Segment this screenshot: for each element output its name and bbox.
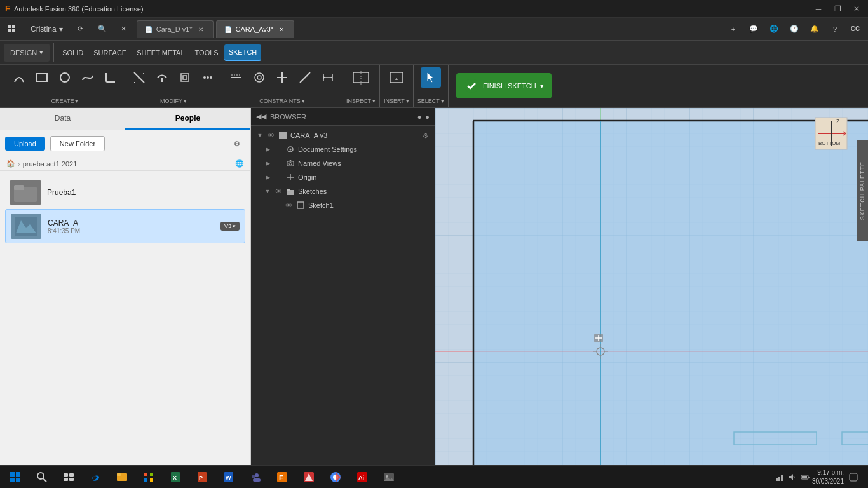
taskbar-excel[interactable]: X bbox=[163, 466, 188, 489]
constraint-2[interactable] bbox=[249, 67, 269, 88]
taskbar-search[interactable] bbox=[29, 466, 55, 489]
doc-tab-2-close[interactable]: ✕ bbox=[277, 25, 286, 34]
sketch-menu[interactable]: SKETCH bbox=[224, 44, 262, 61]
inspect-dim-tool[interactable] bbox=[351, 67, 371, 88]
taskbar-store[interactable] bbox=[136, 466, 161, 489]
close-button[interactable]: ✕ bbox=[850, 3, 863, 15]
trim-tool[interactable] bbox=[129, 67, 149, 88]
extend-tool[interactable] bbox=[152, 67, 172, 88]
help-button[interactable]: ? bbox=[826, 20, 844, 38]
notifications-button[interactable] bbox=[846, 473, 860, 482]
new-tab-button[interactable]: + bbox=[724, 20, 742, 38]
sheet-metal-menu[interactable]: SHEET METAL bbox=[132, 44, 189, 61]
spline-tool[interactable] bbox=[78, 67, 98, 88]
select-cursor-tool[interactable] bbox=[421, 67, 441, 88]
doc-tab-2[interactable]: 📄 CARA_Av3* ✕ bbox=[216, 20, 295, 38]
tree-gear-icon[interactable]: ⚙ bbox=[421, 132, 430, 139]
constraint-3[interactable] bbox=[272, 67, 292, 88]
tree-collapse-arrow[interactable]: ▼ bbox=[264, 188, 271, 194]
grid-menu-button[interactable] bbox=[4, 20, 22, 38]
refresh-button[interactable]: ⟳ bbox=[72, 20, 90, 38]
browser-row-sketch1[interactable]: ▶ 👁 Sketch1 bbox=[251, 198, 435, 212]
tree-expand-arrow[interactable]: ▶ bbox=[264, 174, 271, 180]
doc-tab-1-close[interactable]: ✕ bbox=[196, 25, 205, 34]
dimension-tool[interactable] bbox=[318, 67, 338, 88]
sketch-palette-tab[interactable]: SKETCH PALETTE bbox=[857, 140, 868, 241]
tree-collapse-arrow[interactable]: ▼ bbox=[256, 132, 264, 139]
fillet-tool[interactable] bbox=[100, 67, 121, 88]
tools-menu[interactable]: TOOLS bbox=[191, 44, 223, 61]
chat-button[interactable]: 💬 bbox=[745, 20, 763, 38]
insert-label[interactable]: INSERT ▾ bbox=[384, 98, 409, 104]
panel-settings-button[interactable]: ⚙ bbox=[229, 135, 245, 152]
svg-rect-101 bbox=[10, 478, 15, 482]
circle-arc-tool[interactable] bbox=[55, 67, 75, 88]
notification-button[interactable]: 🔔 bbox=[806, 20, 824, 38]
list-item[interactable]: CARA_A 8:41:35 PM V3 ▾ bbox=[5, 209, 245, 243]
tree-eye-icon[interactable]: 👁 bbox=[266, 132, 275, 139]
svg-line-21 bbox=[302, 74, 309, 82]
taskbar-teams[interactable] bbox=[243, 466, 268, 489]
browser-collapse-icon[interactable]: ◀◀ bbox=[256, 112, 266, 121]
taskbar-acrobat[interactable]: Ai bbox=[349, 466, 375, 489]
svg-marker-26 bbox=[330, 76, 332, 79]
new-folder-button[interactable]: New Folder bbox=[50, 136, 105, 151]
globe-button[interactable]: 🌐 bbox=[765, 20, 783, 38]
tree-eye-icon[interactable]: 👁 bbox=[274, 187, 283, 195]
constraints-label[interactable]: CONSTRAINTS ▾ bbox=[259, 98, 305, 104]
breadcrumb-home[interactable]: 🏠 bbox=[6, 159, 15, 168]
minimize-button[interactable]: ─ bbox=[812, 3, 825, 15]
browser-row-sketches[interactable]: ▼ 👁 Sketches bbox=[251, 184, 435, 198]
taskbar-edge[interactable] bbox=[83, 466, 108, 489]
browser-row-root[interactable]: ▼ 👁 CARA_A v3 ⚙ bbox=[251, 128, 435, 142]
surface-menu[interactable]: SURFACE bbox=[89, 44, 131, 61]
browser-expand-icon[interactable]: ● bbox=[417, 113, 422, 121]
taskbar-autodesk[interactable]: F bbox=[269, 466, 295, 489]
tree-eye-icon[interactable]: 👁 bbox=[284, 201, 293, 209]
tab-people[interactable]: People bbox=[125, 108, 250, 130]
constraint-1[interactable] bbox=[226, 67, 247, 88]
search-button[interactable]: 🔍 bbox=[93, 20, 111, 38]
version-badge[interactable]: V3 ▾ bbox=[220, 222, 240, 231]
browser-row-origin[interactable]: ▶ 👁 Origin bbox=[251, 170, 435, 184]
offset-tool[interactable] bbox=[175, 67, 195, 88]
create-label[interactable]: CREATE ▾ bbox=[51, 98, 79, 104]
close-panel-button[interactable]: ✕ bbox=[115, 20, 133, 38]
modify-label[interactable]: MODIFY ▾ bbox=[160, 98, 187, 104]
taskbar-chrome[interactable] bbox=[323, 466, 348, 489]
tab-data[interactable]: Data bbox=[0, 108, 125, 130]
taskbar-powerpoint[interactable]: P bbox=[189, 466, 215, 489]
tree-expand-arrow[interactable]: ▶ bbox=[264, 146, 271, 152]
user-account-button[interactable]: Cristina ▾ bbox=[25, 23, 68, 36]
constraint-4[interactable] bbox=[295, 67, 315, 88]
history-button[interactable]: 🕐 bbox=[785, 20, 803, 38]
taskbar-explorer[interactable] bbox=[109, 466, 135, 489]
file-name: Prueba1 bbox=[47, 188, 240, 197]
finish-sketch-button[interactable]: FINISH SKETCH ▾ bbox=[456, 73, 552, 98]
canvas-area[interactable]: Z BOTTOM SKETCH PALETTE bbox=[435, 108, 868, 465]
browser-panel-icon[interactable]: ● bbox=[425, 113, 430, 121]
taskbar-word[interactable]: W bbox=[216, 466, 241, 489]
arc-tool[interactable] bbox=[9, 67, 29, 88]
browser-row-doc-settings[interactable]: ▶ 👁 Document Settings bbox=[251, 142, 435, 156]
tree-expand-arrow[interactable]: ▶ bbox=[264, 160, 271, 166]
svg-marker-25 bbox=[323, 76, 325, 79]
upload-button[interactable]: Upload bbox=[5, 137, 45, 151]
solid-menu[interactable]: SOLID bbox=[58, 44, 88, 61]
rectangle-tool[interactable] bbox=[32, 67, 52, 88]
design-menu-button[interactable]: DESIGN ▾ bbox=[4, 44, 50, 62]
taskbar-task-view[interactable] bbox=[56, 466, 81, 489]
select-label[interactable]: SELECT ▾ bbox=[417, 98, 444, 104]
start-button[interactable] bbox=[3, 466, 28, 489]
more-modify-tool[interactable] bbox=[198, 67, 218, 88]
insert-tool[interactable] bbox=[386, 67, 407, 88]
breadcrumb-project[interactable]: prueba act1 2021 bbox=[23, 160, 78, 168]
inspect-label[interactable]: INSPECT ▾ bbox=[346, 98, 376, 104]
taskbar-photos[interactable] bbox=[376, 466, 402, 489]
cc-button[interactable]: CC bbox=[846, 20, 864, 38]
doc-tab-1[interactable]: 📄 Cara_D v1* ✕ bbox=[137, 20, 214, 38]
taskbar-app-red[interactable] bbox=[296, 466, 322, 489]
restore-button[interactable]: ❐ bbox=[831, 3, 844, 15]
browser-row-named-views[interactable]: ▶ 👁 Named Views bbox=[251, 156, 435, 170]
list-item[interactable]: Prueba1 bbox=[5, 176, 245, 209]
